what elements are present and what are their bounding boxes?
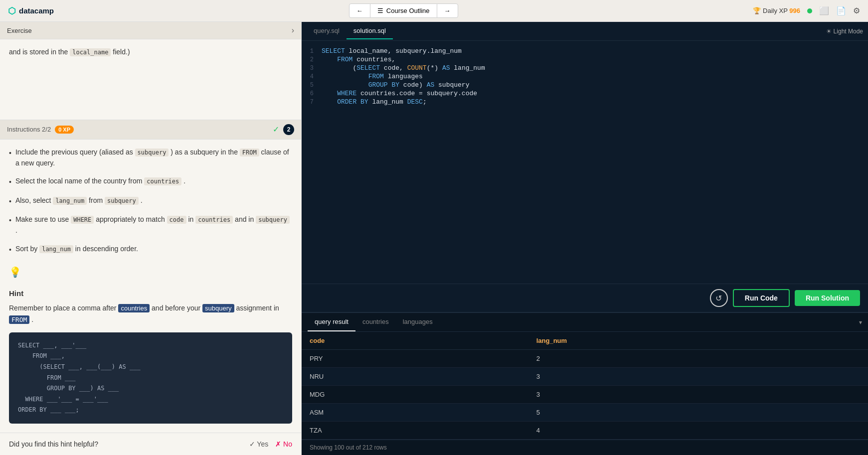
table-body: PRY2NRU3MDG3ASM5TZA4 bbox=[302, 350, 868, 440]
table-cell: PRY bbox=[302, 350, 528, 368]
course-outline-button[interactable]: ☰ Course Outline bbox=[370, 3, 437, 18]
table-header-row: code lang_num bbox=[302, 332, 868, 350]
nav-right: 🏆 Daily XP 996 ⬜ 📄 ⚙ bbox=[753, 6, 860, 15]
hint-text: Remember to place a comma after countrie… bbox=[9, 303, 292, 325]
main-area: Exercise › and is stored in the local_na… bbox=[0, 22, 868, 455]
left-panel: Exercise › and is stored in the local_na… bbox=[0, 22, 302, 455]
inline-subquery-3: subquery bbox=[256, 216, 290, 224]
run-code-button[interactable]: Run Code bbox=[733, 289, 790, 307]
bullet-item-4: • Make sure to use WHERE appropriately t… bbox=[9, 214, 292, 236]
result-footer: Showing 100 out of 212 rows bbox=[302, 440, 868, 455]
code-line-4: 4 FROM languages bbox=[302, 72, 868, 81]
bullet-list: • Include the previous query (aliased as… bbox=[0, 140, 301, 263]
xp-value: 996 bbox=[789, 7, 800, 14]
settings-icon[interactable]: ⚙ bbox=[853, 6, 860, 15]
editor-tabs: query.sql solution.sql ☀ Light Mode bbox=[302, 22, 868, 41]
intro-text2: field.) bbox=[113, 48, 130, 56]
hint-highlight-subquery: subquery bbox=[202, 304, 234, 312]
hint-icon-row: 💡 bbox=[0, 262, 301, 282]
table-cell: MDG bbox=[302, 386, 528, 404]
line-num-2: 2 bbox=[302, 56, 322, 63]
intro-code: local_name bbox=[70, 48, 111, 56]
bullet-text-5: Sort by lang_num in descending order. bbox=[15, 243, 138, 254]
code-line-5: 5 GROUP BY code) AS subquery bbox=[302, 81, 868, 89]
instructions-label: Instructions 2/2 0 XP bbox=[7, 126, 74, 134]
nav-center: ← ☰ Course Outline → bbox=[349, 3, 458, 18]
nav-left: ⬡ datacamp bbox=[8, 5, 54, 16]
line-code-5: GROUP BY code) AS subquery bbox=[322, 81, 469, 89]
tab-solution-sql[interactable]: solution.sql bbox=[347, 23, 393, 39]
bullet-dot-5: • bbox=[9, 244, 11, 255]
file-icon[interactable]: 📄 bbox=[836, 6, 846, 15]
reset-button[interactable]: ↺ bbox=[710, 289, 728, 307]
yes-button[interactable]: ✓ Yes bbox=[249, 440, 268, 448]
code-line-7: 7 ORDER BY lang_num DESC; bbox=[302, 98, 868, 106]
table-cell: 2 bbox=[528, 350, 868, 368]
bullet-item-2: • Select the local name of the country f… bbox=[9, 175, 292, 187]
result-tab-countries[interactable]: countries bbox=[355, 313, 396, 331]
table-cell: TZA bbox=[302, 422, 528, 440]
inline-subquery-2: subquery bbox=[105, 197, 139, 205]
instructions-bar: Instructions 2/2 0 XP ✓ 2 bbox=[0, 120, 301, 140]
bullet-item-3: • Also, select lang_num from subquery . bbox=[9, 195, 292, 207]
dropdown-icon: ▾ bbox=[859, 319, 862, 326]
results-panel: query result countries languages ▾ code … bbox=[302, 312, 868, 455]
table-row: NRU3 bbox=[302, 368, 868, 386]
hint-text3: assignment in bbox=[234, 304, 279, 312]
tab-query-sql[interactable]: query.sql bbox=[307, 23, 347, 39]
inline-code-1: code bbox=[167, 216, 186, 224]
hint-title: Hint bbox=[9, 289, 292, 298]
intro-content: and is stored in the local_name field.) bbox=[0, 39, 301, 120]
result-tab-query[interactable]: query result bbox=[308, 313, 355, 331]
bulb-button[interactable]: 💡 bbox=[9, 266, 21, 278]
table-cell: NRU bbox=[302, 368, 528, 386]
bullet-text-2: Select the local name of the country fro… bbox=[15, 175, 185, 186]
line-num-3: 3 bbox=[302, 64, 322, 72]
hint-highlight-from: FROM bbox=[9, 315, 29, 324]
collapse-button[interactable]: › bbox=[292, 26, 294, 35]
bullet-dot-2: • bbox=[9, 176, 11, 187]
result-tab-languages[interactable]: languages bbox=[396, 313, 440, 331]
no-button[interactable]: ✗ No bbox=[275, 440, 292, 448]
screen-icon[interactable]: ⬜ bbox=[819, 6, 829, 15]
instructions-text: Instructions 2/2 bbox=[7, 126, 51, 133]
right-panel: query.sql solution.sql ☀ Light Mode 1 SE… bbox=[302, 22, 868, 455]
feedback-buttons: ✓ Yes ✗ No bbox=[249, 440, 292, 448]
light-mode-button[interactable]: ☀ Light Mode bbox=[826, 28, 863, 35]
bullet-text-1: Include the previous query (aliased as s… bbox=[15, 147, 292, 169]
bullet-item-5: • Sort by lang_num in descending order. bbox=[9, 243, 292, 255]
inline-where-1: WHERE bbox=[71, 216, 94, 224]
line-code-4: FROM languages bbox=[322, 73, 423, 80]
line-code-6: WHERE countries.code = subquery.code bbox=[322, 90, 477, 97]
feedback-question: Did you find this hint helpful? bbox=[9, 440, 98, 448]
bullet-text-4: Make sure to use WHERE appropriately to … bbox=[15, 214, 292, 236]
hint-text4: . bbox=[29, 315, 33, 323]
col-header-code: code bbox=[302, 332, 528, 350]
nav-forward-button[interactable]: → bbox=[437, 3, 458, 18]
table-cell: 4 bbox=[528, 422, 868, 440]
table-row: PRY2 bbox=[302, 350, 868, 368]
instructions-right: ✓ 2 bbox=[273, 124, 294, 135]
tab-group: query.sql solution.sql bbox=[307, 23, 393, 39]
logo: ⬡ datacamp bbox=[8, 5, 54, 16]
line-num-1: 1 bbox=[302, 47, 322, 55]
line-num-5: 5 bbox=[302, 81, 322, 89]
nav-back-button[interactable]: ← bbox=[349, 3, 370, 18]
app: ⬡ datacamp ← ☰ Course Outline → 🏆 Daily … bbox=[0, 0, 868, 455]
line-code-7: ORDER BY lang_num DESC; bbox=[322, 98, 427, 106]
bullet-dot-1: • bbox=[9, 148, 11, 158]
step-badge: 2 bbox=[283, 124, 294, 135]
table-row: ASM5 bbox=[302, 404, 868, 422]
daily-xp-label: 🏆 Daily XP 996 bbox=[753, 7, 800, 14]
bullet-text-3: Also, select lang_num from subquery . bbox=[15, 195, 143, 206]
table-cell: 3 bbox=[528, 386, 868, 404]
inline-subquery-1: subquery bbox=[135, 149, 169, 156]
table-cell: 5 bbox=[528, 404, 868, 422]
table-cell: 3 bbox=[528, 368, 868, 386]
result-table: code lang_num PRY2NRU3MDG3ASM5TZA4 bbox=[302, 332, 868, 440]
line-code-2: FROM countries, bbox=[322, 56, 395, 63]
check-icon: ✓ bbox=[273, 125, 279, 134]
logo-text: datacamp bbox=[19, 6, 54, 15]
run-solution-button[interactable]: Run Solution bbox=[795, 290, 860, 306]
status-dot bbox=[807, 8, 812, 13]
